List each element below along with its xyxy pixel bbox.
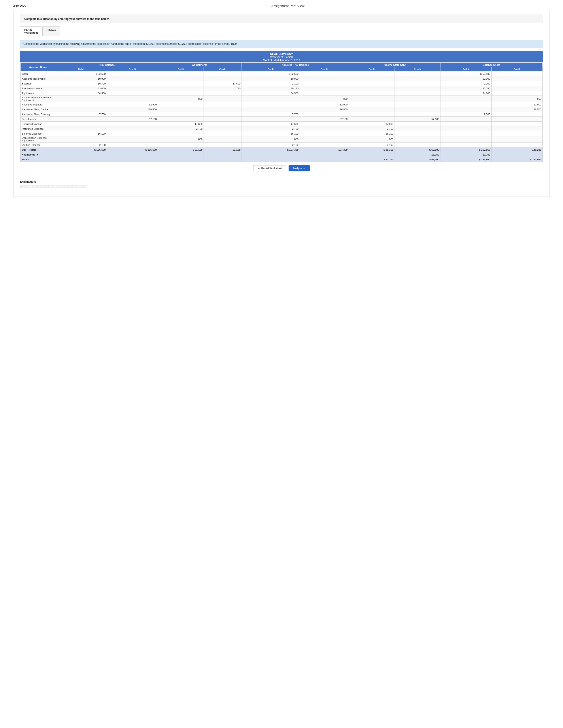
tb-dr-cell xyxy=(56,126,107,131)
adj-dr-cell xyxy=(158,143,204,147)
adj-dr-cell xyxy=(158,107,204,112)
ws-period: Month Ended January 31, 2019 xyxy=(20,59,543,62)
bs-dr-cell: 30,250 xyxy=(441,86,492,91)
net-income-cell xyxy=(158,152,204,157)
adj-dr-cell: 800 xyxy=(158,96,204,102)
table-row: Depreciation Expense—Equipment800800800 xyxy=(21,136,543,143)
table-row: Equipment54,50054,50054,500 xyxy=(21,91,543,96)
page: 2/19/2020 Assignment Print View Complete… xyxy=(0,0,563,728)
atb-cr-cell xyxy=(300,112,349,117)
account-name-cell: Prepaid Insurance xyxy=(21,86,56,91)
tab-partial-worksheet[interactable]: PartialWorksheet xyxy=(20,26,42,36)
tab-analyze[interactable]: Analyze xyxy=(42,26,60,36)
is-dr-cell xyxy=(349,86,395,91)
atb-cr-cell: 12,900 xyxy=(300,102,349,107)
bs-dr-cell xyxy=(441,136,492,143)
is-dr-cell xyxy=(349,107,395,112)
atb-dr-cell: 30,250 xyxy=(242,86,300,91)
tb-dr-cell: 33,000 xyxy=(56,86,107,91)
table-row: Accounts Payable12,90012,90012,900 xyxy=(21,102,543,107)
is-cr-cell xyxy=(395,131,441,136)
date-label: 2/19/2020 xyxy=(13,4,26,8)
bs-cr-cell xyxy=(492,112,542,117)
tb-dr-cell: 2,100 xyxy=(56,143,107,147)
prev-button[interactable]: ← Partial Worksheet xyxy=(253,165,286,171)
is-dr-cell: 17,600 xyxy=(349,122,395,126)
tb-cr-cell xyxy=(107,143,158,147)
tb-dr-cell: $ 52,500 xyxy=(56,71,107,76)
explanation-section: Explanation: ░░░░░░░░░░░░░░░░░░░░░░░░░░░… xyxy=(20,178,543,188)
is-cr-cell xyxy=(395,81,441,86)
adj-cr-cell xyxy=(204,107,242,112)
totals-cell: $ 57,100 xyxy=(349,157,395,162)
tb-cr-cell xyxy=(107,126,158,131)
is-cr-cell xyxy=(395,126,441,131)
tb-dr-cell xyxy=(56,107,107,112)
atb-cr-cell xyxy=(300,76,349,81)
tb-dr-cell: 7,700 xyxy=(56,112,107,117)
table-row: Accounts Receivable10,90010,90010,900 xyxy=(21,76,543,81)
net-income-cell xyxy=(107,152,158,157)
adj-cr-cell xyxy=(204,91,242,96)
account-name-cell: Alexander Neal, Drawing xyxy=(21,112,56,117)
table-row: Insurance Expense2,7502,7502,750 xyxy=(21,126,543,131)
bs-cr-cell xyxy=(492,76,542,81)
adj-cr-cell xyxy=(204,71,242,76)
subtotals-cell: 140,200 xyxy=(492,147,542,152)
atb-dr-cell: 17,600 xyxy=(242,122,300,126)
atb-cr-cell xyxy=(300,131,349,136)
atb-dr-cell: 2,100 xyxy=(242,81,300,86)
tb-cr-cell xyxy=(107,131,158,136)
bs-dr-cell: 7,700 xyxy=(441,112,492,117)
bs-dr-cell: $ 52,500 xyxy=(441,71,492,76)
tb-dr-cell: 10,900 xyxy=(56,76,107,81)
bs-dr-cell: 54,500 xyxy=(441,91,492,96)
next-button[interactable]: Analyze → xyxy=(289,165,310,171)
bs-dr-cell xyxy=(441,117,492,122)
bs-cr-cell xyxy=(492,117,542,122)
tb-debit-header: Debit xyxy=(56,67,107,71)
account-name-cell: Alexander Neal, Capital xyxy=(21,107,56,112)
is-dr-cell xyxy=(349,117,395,122)
next-button-label: Analyze xyxy=(293,167,302,170)
is-cr-cell xyxy=(395,96,441,102)
tb-cr-cell: 126,500 xyxy=(107,107,158,112)
adj-dr-cell xyxy=(158,91,204,96)
is-cr-cell xyxy=(395,122,441,126)
adj-dr-cell xyxy=(158,112,204,117)
bs-cr-cell: 800 xyxy=(492,96,542,102)
adjustments-header: Adjustments xyxy=(158,63,241,67)
is-cr-cell xyxy=(395,102,441,107)
totals-row: Totals$ 57,100$ 57,100$ 157,950$ 157,950 xyxy=(21,157,543,162)
tabs-row: PartialWorksheet Analyze xyxy=(20,26,543,36)
tb-dr-cell xyxy=(56,136,107,143)
subtotals-cell: $ 57,100 xyxy=(395,147,441,152)
net-income-cell xyxy=(204,152,242,157)
net-income-cell xyxy=(56,152,107,157)
subtotals-cell: $ 197,300 xyxy=(242,147,300,152)
tb-cr-cell xyxy=(107,122,158,126)
blue-instruction: Complete the worksheet by making the fol… xyxy=(20,40,543,48)
prev-arrow-icon: ← xyxy=(257,167,260,170)
adj-cr-cell: 2,750 xyxy=(204,86,242,91)
net-income-cell[interactable]: Net Income ▼ xyxy=(21,152,56,157)
account-name-cell: Depreciation Expense—Equipment xyxy=(21,136,56,143)
is-dr-cell: 2,100 xyxy=(349,143,395,147)
instruction-text: Complete this question by entering your … xyxy=(24,17,109,21)
adj-debit-header: Debit xyxy=(158,67,204,71)
balance-sheet-header: Balance Sheet xyxy=(441,63,543,67)
totals-cell: $ 57,100 xyxy=(395,157,441,162)
totals-cell xyxy=(242,157,300,162)
worksheet-container: NEAL COMPANY Worksheet (Partial) Month E… xyxy=(20,51,543,162)
atb-cr-cell: 126,500 xyxy=(300,107,349,112)
adj-cr-cell xyxy=(204,136,242,143)
adj-dr-cell: 17,600 xyxy=(158,122,204,126)
tb-credit-header: Credit xyxy=(107,67,158,71)
adj-dr-cell xyxy=(158,102,204,107)
tb-dr-cell: 54,500 xyxy=(56,91,107,96)
subtotals-cell: 21,150 xyxy=(204,147,242,152)
bs-cr-cell xyxy=(492,143,542,147)
subtotals-cell: $ 21,150 xyxy=(158,147,204,152)
atb-cr-cell xyxy=(300,143,349,147)
tb-dr-cell xyxy=(56,117,107,122)
